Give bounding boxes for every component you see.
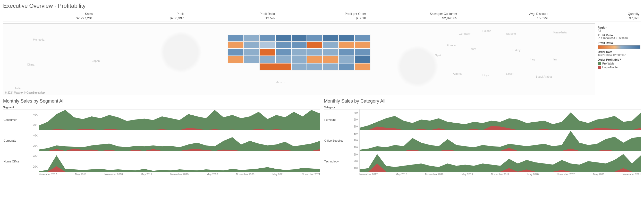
y-axis-ticks: 40K20K [29, 130, 39, 151]
state-tx[interactable] [260, 63, 291, 70]
map-bg-label: Kazakhstan [553, 31, 568, 34]
state-mt[interactable] [260, 34, 275, 41]
legend-panel: Region All Profit Ratio -0.216864054 to … [597, 23, 641, 95]
facet-header: Segment [3, 105, 320, 109]
x-tick: November 2021 [302, 173, 320, 176]
map-attribution: © 2024 Mapbox © OpenStreetMap [5, 91, 45, 94]
state-ia[interactable] [291, 42, 307, 49]
state-ky[interactable] [307, 49, 323, 56]
state-mn[interactable] [291, 34, 307, 41]
area-chart[interactable] [359, 109, 641, 130]
kpi-value: $2,896.85 [369, 16, 457, 20]
state-ne[interactable] [275, 49, 291, 56]
state-il[interactable] [307, 42, 323, 49]
state-oh[interactable] [339, 42, 354, 49]
state-va[interactable] [339, 49, 354, 56]
order-date-filter-value[interactable]: 1/3/2018 to 12/30/2021 [598, 53, 640, 57]
kpi-profit-ratio[interactable]: Profit Ratio 12.5% [185, 12, 276, 20]
state-al[interactable] [323, 63, 338, 70]
area-chart[interactable] [359, 130, 641, 151]
map-bg-label: Turkey [512, 49, 521, 52]
kpi-quantity[interactable]: Quantity 37,873 [550, 12, 641, 20]
map-row: Mongolia China Japan India Mexico German… [3, 23, 641, 95]
category-chart-title: Monthly Sales by Category All [324, 98, 641, 104]
state-mo[interactable] [291, 49, 307, 56]
kpi-profit[interactable]: Profit $286,397 [94, 12, 185, 20]
state-nc[interactable] [323, 56, 338, 63]
x-tick: May 2018 [75, 173, 86, 176]
state-me[interactable] [354, 34, 370, 41]
facet-label: Consumer [3, 109, 29, 130]
area-chart[interactable] [39, 109, 320, 130]
state-in[interactable] [323, 42, 338, 49]
x-tick: May 2018 [396, 173, 407, 176]
state-nm[interactable] [244, 56, 259, 63]
map-bg-label: Mexico [275, 81, 284, 84]
state-ar[interactable] [291, 56, 307, 63]
map-bg-label: Iran [553, 58, 558, 61]
x-tick: May 2019 [141, 173, 152, 176]
kpi-label: Profit [96, 12, 184, 16]
kpi-profit-per-order[interactable]: Profit per Order $57.18 [276, 12, 368, 20]
state-or[interactable] [228, 42, 243, 49]
state-empty [228, 63, 243, 70]
profit-ratio-filter-value[interactable]: -0.216864054 to 0.3698.. [598, 37, 640, 40]
state-id[interactable] [244, 34, 259, 41]
state-mi[interactable] [323, 34, 338, 41]
facet-row[interactable]: Furniture30K20K10K [324, 109, 641, 130]
state-ut[interactable] [244, 49, 259, 56]
facet-label: Furniture [324, 109, 350, 130]
color-legend-gradient[interactable] [598, 45, 640, 49]
x-tick: November 2021 [623, 173, 641, 176]
state-ca[interactable] [228, 49, 243, 56]
state-wy[interactable] [260, 42, 275, 49]
facet-row[interactable]: Office Supplies30K20K10K [324, 130, 641, 151]
region-filter-value[interactable]: All [598, 29, 640, 32]
y-axis-ticks: 30K20K10K [350, 151, 359, 172]
facet-row[interactable]: Consumer40K20K [3, 109, 320, 130]
state-fl[interactable] [354, 63, 370, 70]
state-ny[interactable] [339, 34, 354, 41]
facet-row[interactable]: Technology30K20K10K [324, 151, 641, 172]
state-nd[interactable] [275, 34, 291, 41]
legend-item-unprofitable[interactable]: Unprofitable [598, 66, 640, 69]
state-nv[interactable] [244, 42, 259, 49]
kpi-value: $286,397 [96, 16, 184, 20]
map-bg-label: Ukraine [506, 32, 516, 35]
area-chart[interactable] [39, 151, 320, 172]
state-wa[interactable] [228, 34, 243, 41]
state-ok[interactable] [275, 56, 291, 63]
state-ms[interactable] [307, 63, 323, 70]
state-de[interactable] [354, 56, 370, 63]
state-md[interactable] [354, 49, 370, 56]
profit-ratio-color-label: Profit Ratio [598, 41, 640, 44]
state-pa[interactable] [354, 42, 370, 49]
kpi-sales[interactable]: Sales $2,297,201 [3, 12, 94, 20]
state-ga[interactable] [339, 63, 354, 70]
order-date-filter-label: Order Date [598, 50, 640, 53]
profit-ratio-map[interactable]: Mongolia China Japan India Mexico German… [3, 23, 595, 95]
map-bg-label: India [15, 87, 21, 90]
facet-label: Home Office [3, 151, 29, 172]
state-az[interactable] [228, 56, 243, 63]
facet-header: Category [324, 105, 641, 109]
state-wv[interactable] [323, 49, 338, 56]
area-chart[interactable] [359, 151, 641, 172]
facet-row[interactable]: Home Office40K20K [3, 151, 320, 172]
x-tick: November 2017 [359, 173, 378, 176]
legend-item-profitable[interactable]: Profitable [598, 62, 640, 65]
facet-row[interactable]: Corporate40K20K [3, 130, 320, 151]
state-ks[interactable] [260, 56, 275, 63]
state-sc[interactable] [339, 56, 354, 63]
state-wi[interactable] [307, 34, 323, 41]
kpi-sales-per-customer[interactable]: Sales per Customer $2,896.85 [368, 12, 459, 20]
map-bg-label: China [27, 63, 35, 66]
kpi-avg-discount[interactable]: Avg. Discount 15.62% [459, 12, 550, 20]
legend-text: Profitable [602, 62, 614, 65]
state-sd[interactable] [275, 42, 291, 49]
y-axis-ticks: 30K20K10K [350, 130, 359, 151]
state-la[interactable] [291, 63, 307, 70]
state-tn[interactable] [307, 56, 323, 63]
state-co[interactable] [260, 49, 275, 56]
area-chart[interactable] [39, 130, 320, 151]
